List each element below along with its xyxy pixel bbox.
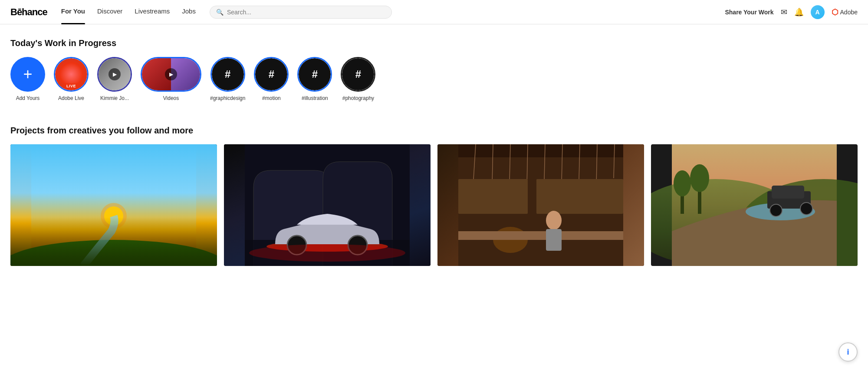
project-image-sunset	[10, 144, 217, 266]
svg-point-9	[249, 244, 405, 262]
project-image-car	[224, 144, 431, 266]
nav-discover[interactable]: Discover	[97, 7, 122, 17]
videos-wide: ▶	[141, 57, 201, 92]
play-icon: ▶	[108, 68, 121, 80]
project-card-offroad[interactable]	[651, 144, 858, 266]
nav-for-you[interactable]: For You	[61, 7, 85, 17]
hash-symbol: #	[225, 68, 230, 80]
story-graphicdesign[interactable]: # #graphicdesign	[210, 57, 245, 101]
illustration-hash: #	[299, 58, 331, 90]
stories-section: Today's Work in Progress + Add Yours LIV…	[10, 38, 858, 105]
story-motion[interactable]: # #motion	[254, 57, 289, 101]
svg-rect-23	[536, 179, 623, 214]
project-card-interior[interactable]	[437, 144, 644, 266]
videos-play-icon: ▶	[165, 68, 177, 80]
graphicdesign-hash: #	[212, 58, 244, 90]
add-yours-label: Add Yours	[16, 95, 40, 101]
live-badge: LIVE	[64, 83, 78, 89]
project-image-interior	[437, 144, 644, 266]
car-svg	[224, 144, 431, 266]
hash-symbol-illustration: #	[312, 68, 318, 80]
svg-point-34	[800, 203, 812, 215]
illustration-label: #illustration	[302, 95, 328, 101]
kimmie-circle: ▶	[97, 57, 132, 92]
adobe-live-circle: LIVE	[54, 57, 89, 92]
graphicdesign-circle: #	[210, 57, 245, 92]
story-kimmie[interactable]: ▶ Kimmie Jo...	[97, 57, 132, 101]
sunset-svg	[10, 144, 217, 266]
motion-label: #motion	[262, 95, 281, 101]
adobe-live-label: Adobe Live	[58, 95, 84, 101]
svg-rect-22	[458, 179, 528, 214]
photography-circle: #	[341, 57, 375, 92]
hash-symbol-motion: #	[269, 68, 274, 80]
projects-grid	[10, 144, 858, 266]
graphicdesign-label: #graphicdesign	[210, 95, 245, 101]
motion-hash: #	[255, 58, 287, 90]
offroad-svg	[651, 144, 858, 266]
interior-svg	[437, 144, 644, 266]
project-image-offroad	[651, 144, 858, 266]
nav-links: For You Discover Livestreams Jobs	[61, 7, 196, 17]
adobe-label: Adobe	[840, 9, 858, 16]
projects-section: Projects from creatives you follow and m…	[10, 126, 858, 266]
svg-point-36	[674, 170, 691, 196]
behance-logo[interactable]: Bēhance	[10, 7, 47, 18]
projects-title: Projects from creatives you follow and m…	[10, 126, 858, 136]
adobe-logo[interactable]: ⬡ Adobe	[832, 7, 858, 17]
nav-livestreams[interactable]: Livestreams	[135, 7, 170, 17]
svg-point-33	[770, 204, 782, 216]
project-card-car[interactable]	[224, 144, 431, 266]
nav-jobs[interactable]: Jobs	[182, 7, 196, 17]
svg-rect-24	[458, 231, 623, 240]
main-content: Today's Work in Progress + Add Yours LIV…	[0, 24, 868, 280]
project-card-sunset[interactable]	[10, 144, 217, 266]
svg-rect-32	[772, 186, 804, 199]
search-icon: 🔍	[216, 9, 224, 16]
story-illustration[interactable]: # #illustration	[297, 57, 332, 101]
story-videos[interactable]: ▶ Videos	[141, 57, 201, 101]
svg-point-3	[10, 240, 217, 266]
user-avatar[interactable]: A	[811, 5, 825, 19]
svg-point-38	[690, 164, 709, 192]
stories-title: Today's Work in Progress	[10, 38, 858, 48]
story-photography[interactable]: # #photography	[341, 57, 375, 101]
story-adobe-live[interactable]: LIVE Adobe Live	[54, 57, 89, 101]
search-bar[interactable]: 🔍	[210, 6, 392, 19]
notifications-icon[interactable]: 🔔	[794, 7, 804, 17]
navbar: Bēhance For You Discover Livestreams Job…	[0, 0, 868, 24]
videos-label: Videos	[163, 95, 179, 101]
messages-icon[interactable]: ✉	[781, 7, 787, 17]
search-input[interactable]	[227, 9, 385, 16]
svg-point-25	[546, 211, 562, 230]
nav-right: Share Your Work ✉ 🔔 A ⬡ Adobe	[725, 5, 858, 19]
photography-hash: #	[342, 58, 374, 90]
svg-rect-11	[458, 144, 623, 157]
plus-icon: +	[23, 66, 32, 82]
illustration-circle: #	[297, 57, 332, 92]
stories-row: + Add Yours LIVE Adobe Live ▶ Kimmie Jo.…	[10, 57, 858, 105]
adobe-icon: ⬡	[832, 7, 838, 17]
share-your-work-button[interactable]: Share Your Work	[725, 9, 773, 16]
motion-circle: #	[254, 57, 289, 92]
svg-rect-26	[546, 229, 562, 251]
hash-symbol-photography: #	[355, 68, 361, 80]
photography-label: #photography	[342, 95, 374, 101]
kimmie-label: Kimmie Jo...	[100, 95, 129, 101]
add-yours-circle: +	[10, 57, 45, 92]
story-add-yours[interactable]: + Add Yours	[10, 57, 45, 101]
